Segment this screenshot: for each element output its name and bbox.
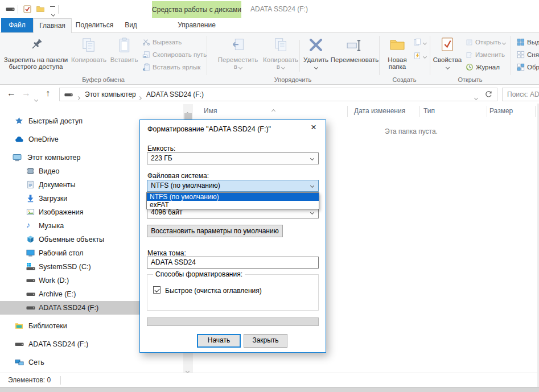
- film-icon: [26, 167, 35, 176]
- dropdown-chevron-icon: [238, 65, 242, 69]
- copy-path-button[interactable]: Скопировать путь: [142, 49, 207, 60]
- column-separator[interactable]: [487, 106, 487, 117]
- new-item-button[interactable]: [413, 37, 426, 47]
- properties-button[interactable]: Свойства: [433, 35, 462, 70]
- column-separator[interactable]: [419, 106, 420, 117]
- create-group-label: Создать: [379, 76, 430, 83]
- folder-icon[interactable]: [35, 5, 45, 14]
- format-dialog: Форматирование "ADATA SSD24 (F:)" × Емко…: [139, 119, 326, 353]
- up-arrow-icon[interactable]: ↑: [46, 88, 50, 98]
- group-separator: [430, 36, 430, 75]
- edit-button[interactable]: Изменить: [466, 49, 505, 60]
- forward-arrow-icon[interactable]: →: [22, 88, 31, 98]
- ribbon-tab-row: Файл Главная Поделиться Вид Управление: [0, 18, 539, 32]
- address-box[interactable]: Этот компьютер ADATA SSD24 (F:): [59, 88, 497, 101]
- column-header-type[interactable]: Тип: [423, 107, 435, 115]
- items-count: Элементов: 0: [8, 376, 51, 384]
- status-bar: Элементов: 0: [0, 373, 539, 387]
- column-separator[interactable]: [347, 106, 348, 117]
- qat-dropdown-icon[interactable]: [48, 6, 57, 16]
- deselect-button[interactable]: Сня: [517, 49, 539, 60]
- file-system-label: Файловая система:: [147, 172, 209, 180]
- delete-button[interactable]: Удалить: [302, 35, 330, 70]
- tab-share[interactable]: Поделиться: [72, 18, 117, 32]
- paste-shortcut-button[interactable]: Вставить ярлык: [142, 62, 200, 72]
- properties-check-icon[interactable]: [22, 5, 32, 14]
- paste-icon: [108, 37, 140, 56]
- column-header-size[interactable]: Размер: [489, 107, 513, 115]
- open-button[interactable]: Открыть: [466, 37, 505, 47]
- move-to-button[interactable]: Переместить в: [216, 35, 260, 70]
- breadcrumb-chevron-icon[interactable]: [138, 93, 141, 101]
- address-dropdown-icon[interactable]: [475, 93, 478, 101]
- copy-icon: [71, 37, 107, 56]
- restore-defaults-button[interactable]: Восстановить параметры по умолчанию: [147, 225, 283, 237]
- desktop-monitor-icon: [26, 249, 35, 258]
- search-input[interactable]: Поиск: AD: [502, 88, 539, 101]
- music-note-icon: ♪: [26, 220, 35, 229]
- breadcrumb-this-pc[interactable]: Этот компьютер: [81, 88, 139, 101]
- capacity-combobox[interactable]: 223 ГБ: [147, 152, 319, 164]
- move-to-icon: [216, 37, 260, 56]
- close-button[interactable]: Закрыть: [244, 334, 287, 348]
- rename-button[interactable]: Переименовать: [330, 35, 379, 63]
- breadcrumb-chevron-icon[interactable]: [77, 93, 80, 101]
- explorer-window: Средства работы с дисками ADATA SSD24 (F…: [0, 0, 539, 392]
- drive-icon: [64, 90, 73, 101]
- qat-separator: [18, 5, 18, 14]
- tab-file[interactable]: Файл: [1, 18, 33, 32]
- drive-icon: [26, 276, 35, 285]
- picture-icon: [26, 208, 35, 217]
- dropdown-chevron-icon: [423, 55, 427, 59]
- cube-icon: [26, 235, 35, 244]
- tab-manage[interactable]: Управление: [152, 18, 241, 32]
- close-icon[interactable]: ×: [302, 120, 326, 136]
- combo-chevron-icon: [310, 184, 314, 188]
- easy-access-button[interactable]: [413, 51, 426, 61]
- history-button[interactable]: Журнал: [466, 62, 500, 72]
- recent-locations-icon[interactable]: [35, 93, 38, 104]
- invert-selection-icon: [517, 63, 525, 74]
- copy-path-icon: [142, 51, 150, 61]
- drive-icon: [26, 290, 35, 299]
- properties-icon: [433, 37, 462, 56]
- edit-icon: [466, 51, 473, 61]
- quick-format-checkbox[interactable]: [153, 286, 161, 294]
- file-system-combobox[interactable]: NTFS (по умолчанию): [147, 180, 319, 192]
- organize-group-label: Упорядочить: [207, 76, 379, 83]
- rename-icon: [330, 37, 379, 56]
- paste-button[interactable]: Вставить: [108, 35, 140, 63]
- back-arrow-icon[interactable]: ←: [7, 88, 16, 98]
- invert-selection-button[interactable]: Обр: [517, 62, 539, 72]
- pin-to-quick-access-button[interactable]: Закрепить на панели быстрого доступа: [1, 35, 71, 70]
- copy-to-button[interactable]: Копировать в: [261, 35, 301, 70]
- start-button[interactable]: Начать: [197, 334, 241, 348]
- clipboard-group-label: Буфер обмена: [0, 76, 207, 83]
- dropdown-option-exfat[interactable]: exFAT: [147, 201, 319, 209]
- system-drive-icon: [26, 262, 35, 271]
- tab-home[interactable]: Главная: [33, 18, 72, 33]
- column-header-name[interactable]: Имя: [204, 107, 217, 115]
- tab-view[interactable]: Вид: [117, 18, 145, 32]
- capacity-label: Емкость:: [147, 145, 175, 152]
- new-folder-button[interactable]: Новая папка: [382, 35, 412, 70]
- drive-icon[interactable]: [5, 5, 15, 14]
- copy-button[interactable]: Копировать: [71, 35, 107, 63]
- volume-label-input[interactable]: ADATA SSD24: [147, 257, 319, 269]
- address-bar-row: ← → ↑ Этот компьютер ADATA SSD24 (F:) По…: [0, 85, 539, 104]
- column-separator[interactable]: [535, 106, 536, 117]
- qat-separator-2: [58, 5, 59, 14]
- refresh-icon[interactable]: [484, 90, 492, 100]
- deselect-icon: [517, 51, 525, 61]
- quick-format-label: Быстрое (очистка оглавления): [165, 287, 262, 295]
- scissors-icon: [142, 38, 150, 49]
- new-folder-icon: [382, 37, 412, 56]
- dropdown-option-ntfs[interactable]: NTFS (по умолчанию): [147, 193, 319, 201]
- column-header-date[interactable]: Дата изменения: [354, 107, 405, 115]
- cut-button[interactable]: Вырезать: [142, 37, 182, 47]
- sidebar-item-network[interactable]: Сеть: [0, 356, 194, 369]
- ribbon: Закрепить на панели быстрого доступа Коп…: [0, 32, 539, 85]
- group-separator: [207, 36, 207, 75]
- breadcrumb-current-drive[interactable]: ADATA SSD24 (F:): [143, 88, 207, 101]
- select-all-button[interactable]: Выд: [517, 37, 539, 47]
